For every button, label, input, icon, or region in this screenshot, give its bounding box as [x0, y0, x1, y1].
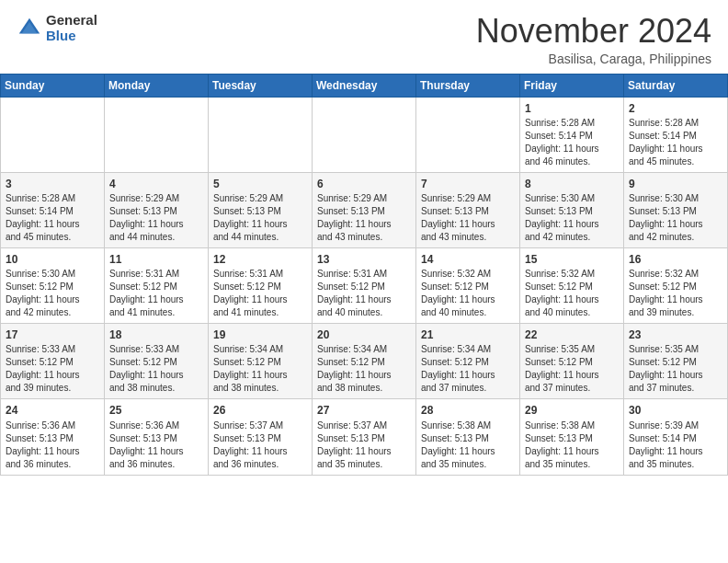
calendar-cell: 18Sunrise: 5:33 AM Sunset: 5:12 PM Dayli… — [105, 324, 209, 399]
day-number: 23 — [629, 327, 722, 342]
calendar-cell — [1, 97, 105, 172]
day-info: Sunrise: 5:36 AM Sunset: 5:13 PM Dayligh… — [6, 419, 99, 471]
day-info: Sunrise: 5:28 AM Sunset: 5:14 PM Dayligh… — [6, 192, 99, 244]
day-info: Sunrise: 5:30 AM Sunset: 5:12 PM Dayligh… — [6, 268, 99, 319]
calendar-cell: 4Sunrise: 5:29 AM Sunset: 5:13 PM Daylig… — [105, 172, 209, 247]
day-info: Sunrise: 5:30 AM Sunset: 5:13 PM Dayligh… — [525, 192, 619, 244]
calendar-cell: 1Sunrise: 5:28 AM Sunset: 5:14 PM Daylig… — [520, 97, 624, 172]
header: General Blue November 2024 Basilisa, Car… — [0, 0, 728, 74]
day-number: 20 — [317, 327, 411, 342]
day-number: 7 — [421, 177, 515, 191]
day-info: Sunrise: 5:32 AM Sunset: 5:12 PM Dayligh… — [525, 268, 619, 319]
day-number: 3 — [6, 177, 99, 191]
logo: General Blue — [17, 13, 97, 43]
calendar-table: SundayMondayTuesdayWednesdayThursdayFrid… — [0, 74, 728, 476]
calendar-week-3: 10Sunrise: 5:30 AM Sunset: 5:12 PM Dayli… — [1, 247, 728, 323]
day-info: Sunrise: 5:33 AM Sunset: 5:12 PM Dayligh… — [6, 343, 99, 395]
calendar-cell — [416, 97, 520, 172]
page: General Blue November 2024 Basilisa, Car… — [0, 0, 728, 563]
calendar-cell — [105, 97, 209, 172]
calendar-body: 1Sunrise: 5:28 AM Sunset: 5:14 PM Daylig… — [1, 97, 728, 475]
day-info: Sunrise: 5:36 AM Sunset: 5:13 PM Dayligh… — [109, 419, 203, 471]
calendar-cell: 2Sunrise: 5:28 AM Sunset: 5:14 PM Daylig… — [624, 97, 728, 172]
day-number: 30 — [629, 403, 722, 418]
day-info: Sunrise: 5:34 AM Sunset: 5:12 PM Dayligh… — [421, 343, 515, 395]
calendar-cell: 30Sunrise: 5:39 AM Sunset: 5:14 PM Dayli… — [624, 399, 728, 475]
day-info: Sunrise: 5:31 AM Sunset: 5:12 PM Dayligh… — [109, 268, 203, 319]
day-number: 25 — [109, 403, 203, 418]
logo-blue: Blue — [46, 29, 97, 44]
logo-text: General Blue — [46, 13, 97, 43]
day-info: Sunrise: 5:33 AM Sunset: 5:12 PM Dayligh… — [109, 343, 203, 395]
calendar-cell: 17Sunrise: 5:33 AM Sunset: 5:12 PM Dayli… — [1, 324, 105, 399]
calendar-cell: 14Sunrise: 5:32 AM Sunset: 5:12 PM Dayli… — [416, 247, 520, 323]
weekday-header-sunday: Sunday — [1, 74, 105, 97]
day-number: 12 — [213, 252, 307, 267]
day-number: 21 — [421, 327, 515, 342]
day-info: Sunrise: 5:38 AM Sunset: 5:13 PM Dayligh… — [421, 419, 515, 471]
day-number: 14 — [421, 252, 515, 267]
calendar-cell — [209, 97, 313, 172]
day-number: 22 — [525, 327, 619, 342]
day-info: Sunrise: 5:30 AM Sunset: 5:13 PM Dayligh… — [629, 192, 722, 244]
day-number: 4 — [109, 177, 203, 191]
month-title: November 2024 — [476, 13, 711, 50]
day-number: 5 — [213, 177, 307, 191]
day-number: 9 — [629, 177, 722, 191]
calendar-cell: 10Sunrise: 5:30 AM Sunset: 5:12 PM Dayli… — [1, 247, 105, 323]
weekday-header-thursday: Thursday — [416, 74, 520, 97]
weekday-header-tuesday: Tuesday — [209, 74, 313, 97]
day-number: 16 — [629, 252, 722, 267]
day-number: 24 — [6, 403, 99, 418]
title-area: November 2024 Basilisa, Caraga, Philippi… — [476, 13, 711, 66]
day-number: 18 — [109, 327, 203, 342]
weekday-header-monday: Monday — [105, 74, 209, 97]
day-info: Sunrise: 5:29 AM Sunset: 5:13 PM Dayligh… — [109, 192, 203, 244]
calendar-week-4: 17Sunrise: 5:33 AM Sunset: 5:12 PM Dayli… — [1, 324, 728, 399]
calendar-cell: 9Sunrise: 5:30 AM Sunset: 5:13 PM Daylig… — [624, 172, 728, 247]
calendar-week-1: 1Sunrise: 5:28 AM Sunset: 5:14 PM Daylig… — [1, 97, 728, 172]
weekday-header-row: SundayMondayTuesdayWednesdayThursdayFrid… — [1, 74, 728, 97]
day-number: 11 — [109, 252, 203, 267]
calendar-cell: 26Sunrise: 5:37 AM Sunset: 5:13 PM Dayli… — [209, 399, 313, 475]
day-info: Sunrise: 5:28 AM Sunset: 5:14 PM Dayligh… — [525, 117, 619, 168]
day-number: 13 — [317, 252, 411, 267]
day-number: 29 — [525, 403, 619, 418]
day-info: Sunrise: 5:29 AM Sunset: 5:13 PM Dayligh… — [317, 192, 411, 244]
calendar-cell: 23Sunrise: 5:35 AM Sunset: 5:12 PM Dayli… — [624, 324, 728, 399]
day-info: Sunrise: 5:35 AM Sunset: 5:12 PM Dayligh… — [525, 343, 619, 395]
logo-icon — [17, 16, 42, 41]
location: Basilisa, Caraga, Philippines — [476, 52, 711, 66]
calendar-cell: 25Sunrise: 5:36 AM Sunset: 5:13 PM Dayli… — [105, 399, 209, 475]
calendar-cell: 15Sunrise: 5:32 AM Sunset: 5:12 PM Dayli… — [520, 247, 624, 323]
weekday-header-friday: Friday — [520, 74, 624, 97]
calendar-cell — [313, 97, 416, 172]
day-info: Sunrise: 5:31 AM Sunset: 5:12 PM Dayligh… — [213, 268, 307, 319]
day-number: 19 — [213, 327, 307, 342]
weekday-header-wednesday: Wednesday — [313, 74, 416, 97]
day-number: 27 — [317, 403, 411, 418]
day-number: 15 — [525, 252, 619, 267]
day-info: Sunrise: 5:31 AM Sunset: 5:12 PM Dayligh… — [317, 268, 411, 319]
weekday-header-saturday: Saturday — [624, 74, 728, 97]
day-info: Sunrise: 5:29 AM Sunset: 5:13 PM Dayligh… — [213, 192, 307, 244]
day-info: Sunrise: 5:38 AM Sunset: 5:13 PM Dayligh… — [525, 419, 619, 471]
calendar-cell: 13Sunrise: 5:31 AM Sunset: 5:12 PM Dayli… — [313, 247, 416, 323]
calendar-cell: 6Sunrise: 5:29 AM Sunset: 5:13 PM Daylig… — [313, 172, 416, 247]
calendar-cell: 20Sunrise: 5:34 AM Sunset: 5:12 PM Dayli… — [313, 324, 416, 399]
day-number: 10 — [6, 252, 99, 267]
calendar-cell: 29Sunrise: 5:38 AM Sunset: 5:13 PM Dayli… — [520, 399, 624, 475]
day-info: Sunrise: 5:34 AM Sunset: 5:12 PM Dayligh… — [317, 343, 411, 395]
calendar-cell: 12Sunrise: 5:31 AM Sunset: 5:12 PM Dayli… — [209, 247, 313, 323]
calendar-cell: 5Sunrise: 5:29 AM Sunset: 5:13 PM Daylig… — [209, 172, 313, 247]
calendar-cell: 7Sunrise: 5:29 AM Sunset: 5:13 PM Daylig… — [416, 172, 520, 247]
day-number: 26 — [213, 403, 307, 418]
day-info: Sunrise: 5:35 AM Sunset: 5:12 PM Dayligh… — [629, 343, 722, 395]
day-number: 6 — [317, 177, 411, 191]
day-info: Sunrise: 5:32 AM Sunset: 5:12 PM Dayligh… — [629, 268, 722, 319]
day-info: Sunrise: 5:29 AM Sunset: 5:13 PM Dayligh… — [421, 192, 515, 244]
calendar-cell: 28Sunrise: 5:38 AM Sunset: 5:13 PM Dayli… — [416, 399, 520, 475]
day-info: Sunrise: 5:34 AM Sunset: 5:12 PM Dayligh… — [213, 343, 307, 395]
calendar-cell: 27Sunrise: 5:37 AM Sunset: 5:13 PM Dayli… — [313, 399, 416, 475]
calendar-cell: 24Sunrise: 5:36 AM Sunset: 5:13 PM Dayli… — [1, 399, 105, 475]
